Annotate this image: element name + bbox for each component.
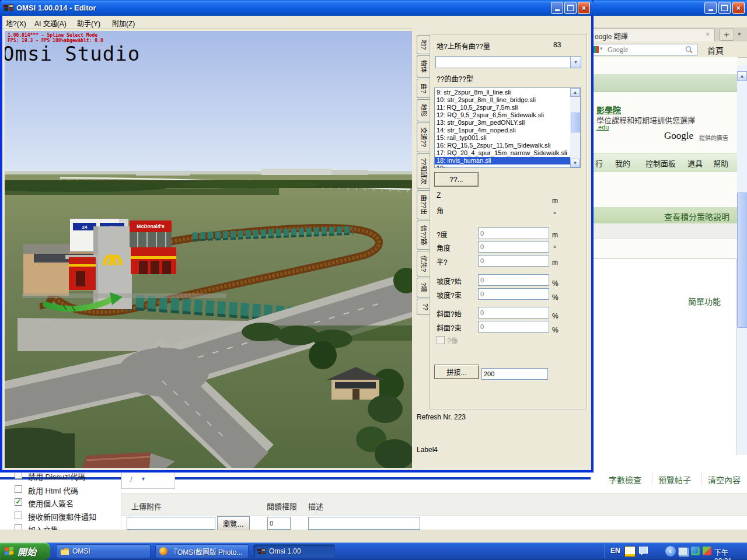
browser-restore-button[interactable] <box>718 2 731 14</box>
spline-combobox[interactable]: ▼ <box>435 56 581 68</box>
listbox-scroll-down[interactable]: ▼ <box>570 159 580 167</box>
listbox-scrollbar-thumb[interactable] <box>571 113 581 132</box>
checkbox-checked[interactable]: ✓ <box>15 498 22 506</box>
nav-item-1[interactable]: 我的 <box>615 158 630 169</box>
splice-button[interactable]: 拼接... <box>434 365 479 379</box>
browser-close-button[interactable]: × <box>732 2 745 14</box>
task-firefox-photoshop[interactable]: 『OMSI截圖版 Photo... <box>155 544 249 558</box>
list-item[interactable]: 17: RQ_20_4_spur_15m_narrow_Sidewalk.sli <box>435 149 570 157</box>
read-permission-input[interactable] <box>267 517 291 530</box>
spline-count-value: 83 <box>553 41 561 49</box>
grad-end-input[interactable] <box>478 288 549 300</box>
cant-end-input[interactable] <box>478 321 549 332</box>
scroll-up-button[interactable]: ▲ <box>737 71 747 81</box>
tab-priority[interactable]: 优先? <box>417 251 430 276</box>
attachment-file-input[interactable] <box>127 517 215 530</box>
combobox-dropdown-button[interactable]: ▼ <box>570 57 581 68</box>
menu-ai-traffic[interactable]: AI 交通(A) <box>34 18 67 28</box>
list-item[interactable]: 10: str_2spur_8m_ll_line_bridge.sli <box>435 96 570 104</box>
tab-splines[interactable]: 曲? <box>417 79 430 98</box>
ime-icon[interactable] <box>624 546 636 557</box>
list-item[interactable]: 16: RQ_15,5_2spur_11,5m_Sidewalk.sli <box>435 142 570 149</box>
omsi-restore-button[interactable] <box>564 2 577 14</box>
menu-assistant[interactable]: 助手(Y) <box>77 18 100 28</box>
omsi-menubar: 地?(X) AI 交通(A) 助手(Y) 附加(Z) <box>2 16 591 29</box>
tab-map[interactable]: 地? <box>417 35 430 54</box>
divider <box>652 473 652 485</box>
list-item[interactable]: 13: str_0spur_3m_pedONLY.sli <box>435 119 570 127</box>
antivirus-tray-icon[interactable] <box>703 547 711 555</box>
omsi-minimize-button[interactable] <box>551 2 563 14</box>
tab-traffic[interactable]: 交通?? <box>417 123 430 152</box>
browse-button[interactable]: 瀏覽… <box>217 516 250 530</box>
attachment-description-input[interactable] <box>308 517 420 530</box>
tab-overflow-icon[interactable]: ▾ <box>738 30 741 38</box>
nav-item-3[interactable]: 道具 <box>687 158 703 169</box>
cant-start-input[interactable] <box>478 307 549 318</box>
home-link[interactable]: 首頁 <box>707 44 724 56</box>
grad-start-input[interactable] <box>478 274 549 286</box>
list-item-selected[interactable]: 18: invis_human.sli <box>435 157 570 164</box>
clear-content-link[interactable]: 清空內容 <box>708 474 741 485</box>
browser-tab-google-translate[interactable]: oogle 翻譯 × <box>589 29 715 41</box>
page-scrollbar[interactable]: ▲ <box>737 65 747 473</box>
list-item[interactable]: 12: RQ_9,5_2spur_6,5m_Sidewalk.sli <box>435 111 570 119</box>
nav-item-4[interactable]: 幫助 <box>713 158 728 169</box>
new-tab-button[interactable]: + <box>719 29 734 41</box>
list-item-partial[interactable]: 19: <box>435 164 570 167</box>
nav-item-0[interactable]: 行 <box>595 158 603 169</box>
list-item[interactable]: 15: rail_typ001.sli <box>435 134 570 142</box>
radius-input[interactable] <box>478 255 549 267</box>
tab-terrain[interactable]: 地形 <box>417 99 430 121</box>
ad-headline-link[interactable]: 影學院 <box>596 104 621 116</box>
simple-mode-link[interactable]: 簡單功能 <box>688 295 721 307</box>
tab-misc[interactable]: ?? <box>417 299 430 315</box>
menu-map[interactable]: 地?(X) <box>6 18 26 28</box>
omsi-titlebar[interactable]: OMSI 1.00.014 - Editor × <box>0 0 594 16</box>
task-omsi-app[interactable]: Omsi 1.00 <box>253 544 335 558</box>
checkbox[interactable] <box>15 485 22 493</box>
omsi-task-icon <box>257 548 266 555</box>
spline-listbox[interactable]: 9: str_2spur_8m_ll_line.sli 10: str_2spu… <box>434 88 581 168</box>
tray-collapse-icon[interactable]: ▼ <box>640 552 644 556</box>
search-engine-dropdown-icon[interactable]: ▾ <box>600 46 603 51</box>
search-input[interactable] <box>606 45 682 55</box>
preview-post-link[interactable]: 預覽帖子 <box>658 474 691 485</box>
word-count-link[interactable]: 字數檢查 <box>609 474 641 485</box>
points-policy-link[interactable]: 查看積分策略説明 <box>664 211 729 222</box>
tab-close-icon[interactable]: × <box>706 30 710 38</box>
edit-spline-button[interactable]: ??... <box>434 172 479 187</box>
angle-input[interactable] <box>478 241 549 253</box>
start-button[interactable]: 開始 <box>0 542 50 560</box>
list-item[interactable]: 9: str_2spur_8m_ll_line.sli <box>435 89 570 96</box>
scrollbar-thumb[interactable] <box>737 192 747 328</box>
tab-signal-routes[interactable]: 信??路 <box>417 220 430 250</box>
nav-item-2[interactable]: 控制面板 <box>645 158 676 169</box>
listbox-scroll-up[interactable]: ▲ <box>570 88 580 97</box>
tab-environment[interactable]: ?境 <box>417 278 430 297</box>
search-box[interactable]: ▾ <box>589 44 697 55</box>
omsi-close-button[interactable]: × <box>578 2 590 14</box>
mirror-checkbox[interactable] <box>437 336 445 344</box>
checkbox[interactable] <box>15 512 22 519</box>
tab-objects[interactable]: 物体 <box>417 55 430 78</box>
splice-length-input[interactable] <box>481 368 548 380</box>
tab-lines-schedules[interactable]: ??和班次 <box>417 153 430 189</box>
language-indicator[interactable]: EN <box>610 547 620 555</box>
mirror-checkbox-label: ?像 <box>447 335 458 345</box>
search-magnifier-icon[interactable] <box>685 46 693 54</box>
length-input[interactable] <box>478 228 549 239</box>
browser-minimize-button[interactable] <box>704 2 717 14</box>
menu-addons[interactable]: 附加(Z) <box>112 18 135 28</box>
3d-viewport[interactable]: 24 24 McDonald's 1.00.014*** - S <box>5 31 412 468</box>
network-tray-icon[interactable] <box>678 547 687 555</box>
divider <box>701 473 702 485</box>
tray-chevron-icon[interactable]: ‹ <box>665 546 676 556</box>
ad-url-link[interactable]: .edu <box>596 124 609 131</box>
list-item[interactable]: 14: str_1spur_4m_noped.sli <box>435 127 570 134</box>
list-item[interactable]: 11: RQ_10,5_2spur_7,5m.sli <box>435 104 570 111</box>
tab-spline-export[interactable]: 曲??出 <box>417 190 430 219</box>
update-tray-icon[interactable] <box>691 547 700 555</box>
task-omsi-folder[interactable]: OMSI <box>56 544 151 558</box>
listbox-scrollbar[interactable]: ▲ ▼ <box>570 88 580 167</box>
